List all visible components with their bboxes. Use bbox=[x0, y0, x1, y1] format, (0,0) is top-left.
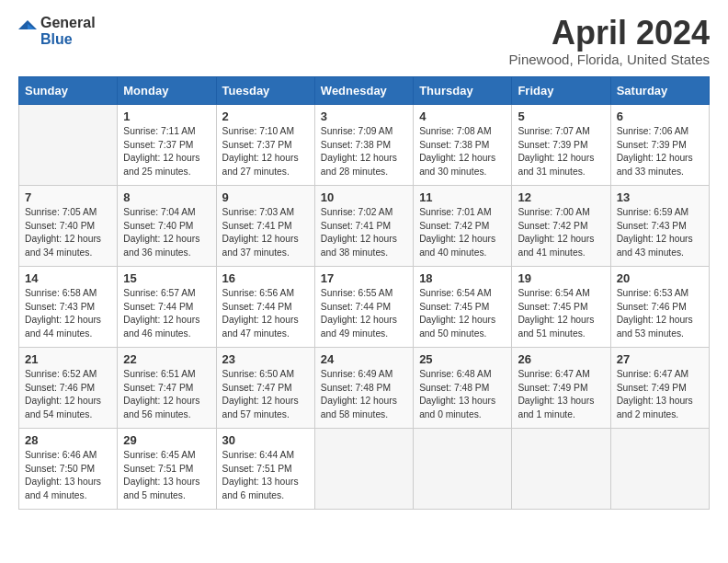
day-number: 30 bbox=[222, 433, 309, 447]
calendar-cell: 5 Sunrise: 7:07 AMSunset: 7:39 PMDayligh… bbox=[512, 104, 610, 185]
day-number: 3 bbox=[321, 109, 407, 123]
day-number: 26 bbox=[518, 352, 604, 366]
cell-info: Sunrise: 7:04 AMSunset: 7:40 PMDaylight:… bbox=[123, 207, 199, 259]
day-number: 19 bbox=[518, 271, 604, 285]
calendar-cell bbox=[414, 428, 512, 509]
calendar-cell: 2 Sunrise: 7:10 AMSunset: 7:37 PMDayligh… bbox=[216, 104, 314, 185]
day-number: 27 bbox=[617, 352, 703, 366]
day-number: 5 bbox=[518, 109, 604, 123]
month-title: April 2024 bbox=[509, 15, 710, 52]
day-number: 9 bbox=[222, 190, 309, 204]
cell-info: Sunrise: 6:49 AMSunset: 7:48 PMDaylight:… bbox=[321, 369, 397, 420]
calendar-cell: 19 Sunrise: 6:54 AMSunset: 7:45 PMDaylig… bbox=[512, 266, 610, 347]
cell-info: Sunrise: 6:53 AMSunset: 7:46 PMDaylight:… bbox=[617, 288, 693, 339]
day-number: 21 bbox=[25, 352, 111, 366]
days-of-week-row: SundayMondayTuesdayWednesdayThursdayFrid… bbox=[19, 76, 710, 104]
logo-general: General bbox=[40, 15, 96, 31]
dow-header-wednesday: Wednesday bbox=[314, 76, 413, 104]
day-number: 11 bbox=[419, 190, 506, 204]
cell-info: Sunrise: 7:00 AMSunset: 7:42 PMDaylight:… bbox=[518, 207, 594, 259]
calendar-cell: 17 Sunrise: 6:55 AMSunset: 7:44 PMDaylig… bbox=[314, 266, 413, 347]
cell-info: Sunrise: 6:44 AMSunset: 7:51 PMDaylight:… bbox=[222, 450, 299, 501]
cell-info: Sunrise: 6:50 AMSunset: 7:47 PMDaylight:… bbox=[222, 369, 299, 420]
cell-info: Sunrise: 6:57 AMSunset: 7:44 PMDaylight:… bbox=[123, 288, 199, 339]
calendar-cell: 3 Sunrise: 7:09 AMSunset: 7:38 PMDayligh… bbox=[314, 104, 413, 185]
calendar-cell: 29 Sunrise: 6:45 AMSunset: 7:51 PMDaylig… bbox=[118, 428, 216, 509]
calendar-cell: 1 Sunrise: 7:11 AMSunset: 7:37 PMDayligh… bbox=[118, 104, 216, 185]
cell-info: Sunrise: 6:48 AMSunset: 7:48 PMDaylight:… bbox=[419, 369, 495, 420]
calendar-cell bbox=[512, 428, 610, 509]
calendar-cell bbox=[610, 428, 709, 509]
day-number: 12 bbox=[518, 190, 604, 204]
cell-info: Sunrise: 7:11 AMSunset: 7:37 PMDaylight:… bbox=[123, 126, 199, 178]
cell-info: Sunrise: 6:51 AMSunset: 7:47 PMDaylight:… bbox=[123, 369, 199, 420]
calendar-week-row: 7 Sunrise: 7:05 AMSunset: 7:40 PMDayligh… bbox=[19, 185, 710, 266]
cell-info: Sunrise: 7:02 AMSunset: 7:41 PMDaylight:… bbox=[321, 207, 397, 259]
dow-header-friday: Friday bbox=[512, 76, 610, 104]
day-number: 8 bbox=[123, 190, 210, 204]
day-number: 16 bbox=[222, 271, 309, 285]
day-number: 10 bbox=[321, 190, 407, 204]
day-number: 7 bbox=[25, 190, 111, 204]
dow-header-tuesday: Tuesday bbox=[216, 76, 314, 104]
calendar-cell: 4 Sunrise: 7:08 AMSunset: 7:38 PMDayligh… bbox=[414, 104, 512, 185]
day-number: 6 bbox=[617, 109, 703, 123]
dow-header-sunday: Sunday bbox=[19, 76, 118, 104]
cell-info: Sunrise: 7:07 AMSunset: 7:39 PMDaylight:… bbox=[518, 126, 594, 178]
calendar-cell: 25 Sunrise: 6:48 AMSunset: 7:48 PMDaylig… bbox=[414, 347, 512, 428]
cell-info: Sunrise: 6:52 AMSunset: 7:46 PMDaylight:… bbox=[25, 369, 101, 420]
cell-info: Sunrise: 7:01 AMSunset: 7:42 PMDaylight:… bbox=[419, 207, 495, 259]
logo-container: General Blue bbox=[18, 15, 96, 47]
calendar-week-row: 21 Sunrise: 6:52 AMSunset: 7:46 PMDaylig… bbox=[19, 347, 710, 428]
calendar-week-row: 1 Sunrise: 7:11 AMSunset: 7:37 PMDayligh… bbox=[19, 104, 710, 185]
calendar-table: SundayMondayTuesdayWednesdayThursdayFrid… bbox=[18, 76, 710, 510]
calendar-cell: 24 Sunrise: 6:49 AMSunset: 7:48 PMDaylig… bbox=[314, 347, 413, 428]
cell-info: Sunrise: 6:55 AMSunset: 7:44 PMDaylight:… bbox=[321, 288, 397, 339]
calendar-cell: 11 Sunrise: 7:01 AMSunset: 7:42 PMDaylig… bbox=[414, 185, 512, 266]
calendar-cell: 21 Sunrise: 6:52 AMSunset: 7:46 PMDaylig… bbox=[19, 347, 118, 428]
day-number: 25 bbox=[419, 352, 506, 366]
calendar-cell: 13 Sunrise: 6:59 AMSunset: 7:43 PMDaylig… bbox=[610, 185, 709, 266]
dow-header-thursday: Thursday bbox=[414, 76, 512, 104]
cell-info: Sunrise: 6:59 AMSunset: 7:43 PMDaylight:… bbox=[617, 207, 693, 259]
logo-icon bbox=[18, 20, 37, 39]
calendar-week-row: 14 Sunrise: 6:58 AMSunset: 7:43 PMDaylig… bbox=[19, 266, 710, 347]
calendar-cell: 28 Sunrise: 6:46 AMSunset: 7:50 PMDaylig… bbox=[19, 428, 118, 509]
day-number: 28 bbox=[25, 433, 111, 447]
day-number: 17 bbox=[321, 271, 407, 285]
dow-header-saturday: Saturday bbox=[610, 76, 709, 104]
cell-info: Sunrise: 6:45 AMSunset: 7:51 PMDaylight:… bbox=[123, 450, 199, 501]
calendar-cell: 22 Sunrise: 6:51 AMSunset: 7:47 PMDaylig… bbox=[118, 347, 216, 428]
day-number: 22 bbox=[123, 352, 210, 366]
calendar-cell: 12 Sunrise: 7:00 AMSunset: 7:42 PMDaylig… bbox=[512, 185, 610, 266]
calendar-cell: 10 Sunrise: 7:02 AMSunset: 7:41 PMDaylig… bbox=[314, 185, 413, 266]
calendar-cell: 30 Sunrise: 6:44 AMSunset: 7:51 PMDaylig… bbox=[216, 428, 314, 509]
calendar-cell: 18 Sunrise: 6:54 AMSunset: 7:45 PMDaylig… bbox=[414, 266, 512, 347]
cell-info: Sunrise: 7:09 AMSunset: 7:38 PMDaylight:… bbox=[321, 126, 397, 178]
cell-info: Sunrise: 6:46 AMSunset: 7:50 PMDaylight:… bbox=[25, 450, 101, 501]
calendar-cell: 23 Sunrise: 6:50 AMSunset: 7:47 PMDaylig… bbox=[216, 347, 314, 428]
cell-info: Sunrise: 6:54 AMSunset: 7:45 PMDaylight:… bbox=[518, 288, 594, 339]
day-number: 13 bbox=[617, 190, 703, 204]
cell-info: Sunrise: 7:03 AMSunset: 7:41 PMDaylight:… bbox=[222, 207, 299, 259]
calendar-body: 1 Sunrise: 7:11 AMSunset: 7:37 PMDayligh… bbox=[19, 104, 710, 509]
day-number: 4 bbox=[419, 109, 506, 123]
day-number: 29 bbox=[123, 433, 210, 447]
calendar-cell bbox=[19, 104, 118, 185]
calendar-cell: 14 Sunrise: 6:58 AMSunset: 7:43 PMDaylig… bbox=[19, 266, 118, 347]
logo: General Blue bbox=[18, 15, 96, 47]
calendar-cell: 6 Sunrise: 7:06 AMSunset: 7:39 PMDayligh… bbox=[610, 104, 709, 185]
logo-blue: Blue bbox=[40, 31, 96, 48]
cell-info: Sunrise: 6:58 AMSunset: 7:43 PMDaylight:… bbox=[25, 288, 101, 339]
calendar-cell: 9 Sunrise: 7:03 AMSunset: 7:41 PMDayligh… bbox=[216, 185, 314, 266]
calendar-cell bbox=[314, 428, 413, 509]
calendar-cell: 27 Sunrise: 6:47 AMSunset: 7:49 PMDaylig… bbox=[610, 347, 709, 428]
day-number: 24 bbox=[321, 352, 407, 366]
calendar-cell: 16 Sunrise: 6:56 AMSunset: 7:44 PMDaylig… bbox=[216, 266, 314, 347]
page-header: General Blue April 2024 Pinewood, Florid… bbox=[18, 15, 710, 67]
dow-header-monday: Monday bbox=[118, 76, 216, 104]
day-number: 20 bbox=[617, 271, 703, 285]
day-number: 18 bbox=[419, 271, 506, 285]
cell-info: Sunrise: 6:47 AMSunset: 7:49 PMDaylight:… bbox=[518, 369, 594, 420]
cell-info: Sunrise: 7:08 AMSunset: 7:38 PMDaylight:… bbox=[419, 126, 495, 178]
